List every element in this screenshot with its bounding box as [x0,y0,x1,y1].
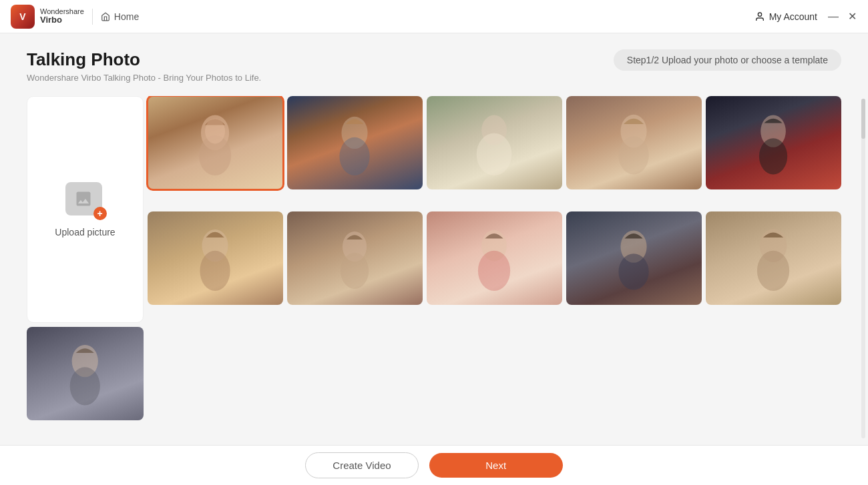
logo-area[interactable]: V Wondershare Virbo [11,5,84,29]
page-title-area: Talking Photo Wondershare Virbo Talking … [27,49,261,83]
photo-card-6[interactable] [148,211,283,305]
user-icon [754,11,765,22]
upload-cell[interactable]: + Upload picture [27,96,144,323]
upload-plus-icon: + [93,207,107,220]
photo-card-2[interactable] [287,96,423,189]
svg-point-17 [478,251,510,291]
svg-point-23 [70,367,100,405]
photo-overlay-9 [566,211,702,305]
product-name: Virbo [40,15,84,25]
image-icon [74,189,93,208]
svg-point-21 [757,251,789,291]
svg-point-13 [200,251,230,291]
close-button[interactable]: ✕ [847,11,857,22]
photo-overlay-10 [706,211,841,305]
svg-point-7 [477,133,512,175]
svg-point-11 [759,138,787,174]
page-header: Talking Photo Wondershare Virbo Talking … [27,49,841,83]
photo-overlay-11 [27,327,144,420]
logo-icon: V [11,5,35,29]
my-account-button[interactable]: My Account [754,11,817,22]
title-bar-left: V Wondershare Virbo Home [11,5,139,29]
divider [92,9,93,25]
photo-card-10[interactable] [706,211,841,305]
photo-card-1[interactable] [148,96,283,189]
photo-overlay-1 [148,96,283,189]
photo-card-7[interactable] [287,211,423,305]
step-badge: Step1/2 Upload your photo or choose a te… [614,49,841,71]
window-controls: — ✕ [828,11,857,22]
title-bar: V Wondershare Virbo Home My Account — [0,0,868,33]
svg-point-15 [341,253,369,289]
next-button[interactable]: Next [429,453,563,478]
bottom-bar: Create Video Next [0,445,868,485]
photo-overlay-6 [148,211,283,305]
photo-card-8[interactable] [427,211,562,305]
photo-overlay-3 [427,96,562,189]
face-silhouette-7 [307,225,402,291]
photo-card-4[interactable] [566,96,702,189]
scrollbar-thumb[interactable] [861,99,865,139]
svg-point-19 [619,254,649,290]
photo-grid: + Upload picture [27,96,841,438]
page-title: Talking Photo [27,49,261,70]
photo-overlay-8 [427,211,562,305]
face-silhouette-5 [726,110,821,175]
page-subtitle: Wondershare Virbo Talking Photo - Bring … [27,73,261,83]
face-silhouette-4 [586,110,681,175]
face-silhouette-11 [44,341,126,406]
photo-overlay-2 [287,96,423,189]
scrollbar-track[interactable] [861,99,865,438]
title-bar-right: My Account — ✕ [754,11,857,22]
face-silhouette-9 [586,225,681,291]
face-silhouette-3 [447,110,541,175]
svg-point-0 [758,13,761,16]
face-silhouette-2 [307,110,402,175]
svg-point-9 [619,136,649,174]
face-silhouette-6 [168,225,262,291]
svg-point-5 [340,137,370,175]
logo-text: Wondershare Virbo [40,7,84,25]
photo-card-5[interactable] [706,96,841,189]
main-content: Talking Photo Wondershare Virbo Talking … [0,33,868,445]
home-icon [101,12,110,21]
home-label: Home [114,11,139,22]
minimize-button[interactable]: — [828,11,839,22]
my-account-label: My Account [769,11,817,22]
face-silhouette-10 [726,225,821,291]
upload-icon-wrap: + [65,182,105,219]
photo-card-11[interactable] [27,327,144,420]
face-silhouette-1 [168,110,262,175]
photo-card-9[interactable] [566,211,702,305]
photo-card-3[interactable] [427,96,562,189]
create-video-button[interactable]: Create Video [305,452,418,478]
photo-overlay-7 [287,211,423,305]
upload-label: Upload picture [55,227,115,237]
face-silhouette-8 [447,225,541,291]
svg-point-3 [205,119,225,144]
home-link[interactable]: Home [101,11,139,22]
photo-overlay-5 [706,96,841,189]
photo-overlay-4 [566,96,702,189]
